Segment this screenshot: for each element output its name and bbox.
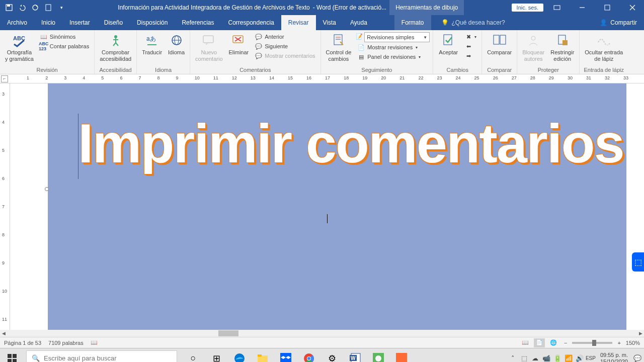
signin-button[interactable]: Inic. ses.: [512, 4, 543, 12]
tab-disposicion[interactable]: Disposición: [130, 15, 175, 30]
web-layout-icon[interactable]: 🌐: [548, 338, 559, 347]
drawing-tools-tab[interactable]: Herramientas de dibujo: [389, 0, 464, 15]
cortana-icon[interactable]: ○: [183, 348, 203, 363]
zoom-level[interactable]: 150%: [626, 340, 640, 346]
wordart-text[interactable]: Imprimir comentarios: [78, 111, 616, 175]
tab-ayuda[interactable]: Ayuda: [343, 15, 374, 30]
task-view-icon[interactable]: ⊞: [206, 348, 226, 363]
synonyms-button[interactable]: 📖Sinónimos: [38, 32, 91, 41]
tab-formato[interactable]: Formato: [394, 15, 431, 30]
next-change-button[interactable]: ➡: [462, 51, 478, 60]
show-markup-button[interactable]: 📄Mostrar revisiones▾: [355, 43, 430, 52]
svg-rect-15: [203, 36, 213, 43]
new-doc-icon[interactable]: [42, 2, 54, 14]
settings-icon[interactable]: ⚙: [322, 348, 342, 363]
notifications-icon[interactable]: 💬: [633, 354, 642, 363]
share-button[interactable]: 👤 Compartir: [593, 15, 644, 30]
recorder-icon[interactable]: [391, 348, 412, 363]
taskbar: 🔍 Escribe aquí para buscar ○ ⊞ ⚙ W ˄ ⬚ ☁…: [0, 348, 644, 362]
spelling-button[interactable]: ABC Ortografía y gramática: [3, 31, 36, 63]
read-mode-icon[interactable]: 📖: [520, 338, 531, 347]
resize-handle-left[interactable]: [45, 187, 49, 191]
document-canvas[interactable]: Imprimir comentarios: [10, 83, 644, 330]
previous-comment-button[interactable]: 💬Anterior: [253, 32, 317, 41]
translate-button[interactable]: aあ Traducir: [140, 31, 164, 57]
tray-battery-icon[interactable]: 🔋: [553, 354, 562, 363]
zoom-in-icon[interactable]: +: [615, 340, 622, 346]
track-changes-button[interactable]: Control de cambios: [324, 31, 354, 63]
print-layout-icon[interactable]: 📄: [534, 338, 545, 347]
text-box[interactable]: Imprimir comentarios: [78, 111, 616, 222]
tray-volume-icon[interactable]: 🔊: [575, 354, 584, 363]
dropbox-badge-icon[interactable]: ⬚: [632, 252, 644, 272]
restrict-editing-button[interactable]: Restringir edición: [548, 31, 576, 63]
scroll-thumb[interactable]: [218, 330, 238, 336]
tab-referencias[interactable]: Referencias: [175, 15, 221, 30]
wordcount-button[interactable]: ABC123Contar palabras: [38, 42, 91, 51]
edge-icon[interactable]: [229, 348, 250, 363]
dropbox-icon[interactable]: [276, 348, 296, 363]
word-icon[interactable]: W: [345, 348, 365, 363]
accessibility-button[interactable]: Comprobar accesibilidad: [98, 31, 133, 63]
explorer-icon[interactable]: [253, 348, 273, 363]
taskbar-clock[interactable]: 09:55 p. m. 15/10/2020: [597, 352, 631, 362]
restrict-icon: [554, 32, 571, 48]
chrome-icon[interactable]: [299, 348, 319, 363]
vertical-ruler[interactable]: 34567891011: [0, 83, 10, 330]
page-indicator[interactable]: Página 1 de 53: [4, 340, 41, 346]
svg-rect-46: [396, 353, 407, 363]
tray-dropbox-icon[interactable]: ⬚: [520, 354, 529, 363]
tray-onedrive-icon[interactable]: ☁: [531, 354, 540, 363]
spell-check-icon[interactable]: 📖: [91, 339, 98, 346]
compare-label: Comparar: [487, 49, 512, 56]
redo-icon[interactable]: [29, 2, 41, 14]
tell-me-search[interactable]: 💡 ¿Qué desea hacer?: [431, 15, 593, 30]
next-comment-button[interactable]: 💬Siguiente: [253, 42, 317, 51]
close-icon[interactable]: [621, 0, 644, 15]
start-button[interactable]: [0, 348, 24, 363]
tray-wifi-icon[interactable]: 📶: [564, 354, 573, 363]
hide-ink-button[interactable]: Ocultar entrada de lápiz: [583, 31, 625, 63]
tab-selector-icon[interactable]: ⌐: [1, 75, 8, 82]
tab-inicio[interactable]: Inicio: [34, 15, 62, 30]
compare-button[interactable]: Comparar: [485, 31, 514, 57]
scroll-right-icon[interactable]: ▶: [637, 330, 644, 337]
svg-rect-33: [258, 355, 268, 363]
track-display-dropdown[interactable]: Revisiones simples▼: [364, 32, 430, 42]
tab-correspondencia[interactable]: Correspondencia: [221, 15, 281, 30]
prev-change-button[interactable]: ⬅: [462, 42, 478, 51]
restrict-label: Restringir edición: [550, 49, 574, 62]
delete-comment-button[interactable]: Eliminar: [227, 31, 251, 57]
reject-button[interactable]: ✖▾: [462, 32, 478, 41]
language-button[interactable]: Idioma: [166, 31, 187, 57]
zoom-slider[interactable]: [572, 342, 612, 344]
tab-insertar[interactable]: Insertar: [62, 15, 97, 30]
ink-icon: [596, 32, 612, 48]
tab-revisar[interactable]: Revisar: [281, 15, 316, 30]
camtasia-icon[interactable]: [368, 348, 388, 363]
group-compare-label: Comparar: [485, 66, 514, 74]
zoom-out-icon[interactable]: −: [562, 340, 569, 346]
svg-rect-30: [8, 359, 12, 363]
undo-icon[interactable]: [16, 2, 28, 14]
reviewing-pane-button[interactable]: ▤Panel de revisiones▾: [355, 52, 430, 61]
taskbar-search[interactable]: 🔍 Escribe aquí para buscar: [26, 350, 177, 363]
tab-vista[interactable]: Vista: [316, 15, 343, 30]
word-count[interactable]: 7109 palabras: [48, 340, 84, 346]
tray-camera-icon[interactable]: 📹: [542, 354, 551, 363]
tray-chevron-icon[interactable]: ˄: [509, 354, 518, 363]
scroll-left-icon[interactable]: ◀: [0, 330, 7, 337]
minimize-icon[interactable]: [571, 0, 594, 15]
qat-dropdown-icon[interactable]: ▾: [55, 2, 67, 14]
tray-language-icon[interactable]: ESP: [586, 354, 595, 363]
tab-archivo[interactable]: Archivo: [0, 15, 34, 30]
horizontal-ruler[interactable]: ⌐ 12345678910111213141516171819202122232…: [0, 74, 644, 83]
maximize-icon[interactable]: [596, 0, 619, 15]
accept-button[interactable]: Aceptar: [436, 31, 460, 57]
quick-access-toolbar: ▾: [0, 2, 70, 14]
tab-diseno[interactable]: Diseño: [97, 15, 130, 30]
horizontal-scrollbar[interactable]: ◀ ▶: [0, 330, 644, 337]
save-icon[interactable]: [3, 2, 15, 14]
ribbon-display-icon[interactable]: [545, 0, 569, 15]
synonyms-icon: 📖: [40, 33, 48, 41]
